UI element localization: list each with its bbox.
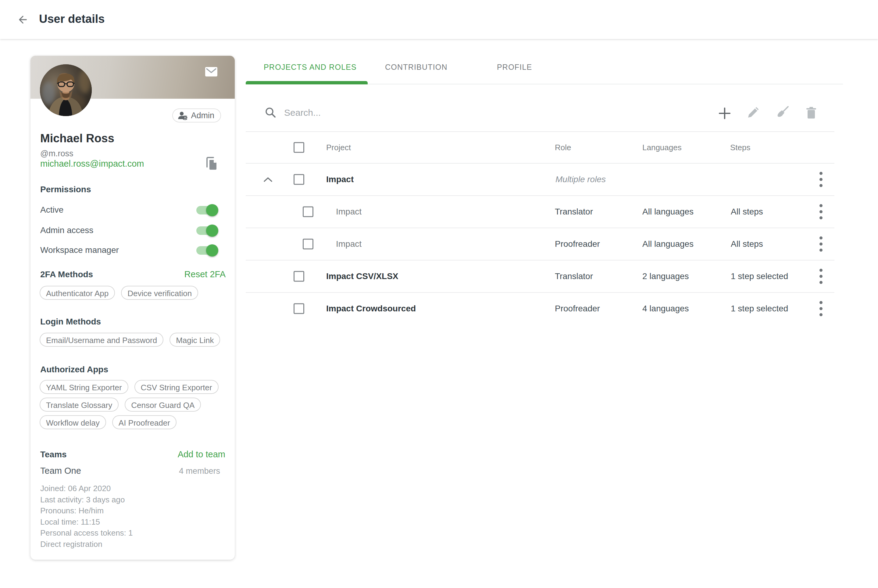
- teams-heading: Teams: [40, 450, 67, 459]
- row-menu-icon[interactable]: [819, 299, 823, 318]
- table-row[interactable]: Impact Multiple roles: [246, 164, 834, 195]
- twofa-chip: Authenticator App: [40, 286, 115, 300]
- toggle-label-workspace-manager: Workspace manager: [40, 245, 119, 255]
- tab-contribution[interactable]: CONTRIBUTION: [385, 63, 448, 72]
- copy-icon[interactable]: [205, 156, 217, 171]
- app-chip: Censor Guard QA: [125, 398, 201, 412]
- languages-value: 2 languages: [642, 272, 689, 281]
- login-methods-heading: Login Methods: [40, 317, 101, 327]
- table-row[interactable]: Impact Proofreader All languages All ste…: [246, 228, 834, 260]
- table-header-row: Project Role Languages Steps: [246, 132, 834, 163]
- row-menu-icon[interactable]: [819, 235, 823, 254]
- column-header-role: Role: [555, 143, 571, 152]
- collapse-icon[interactable]: [263, 177, 272, 182]
- app-chip: YAML String Exporter: [40, 380, 128, 394]
- app-chip: Translate Glossary: [40, 398, 119, 412]
- search-input[interactable]: Search...: [284, 108, 321, 118]
- login-chip: Magic Link: [170, 333, 220, 347]
- mail-icon[interactable]: [205, 67, 217, 76]
- project-name: Impact: [336, 207, 362, 217]
- app-bar: User details: [0, 0, 878, 39]
- team-name: Team One: [40, 466, 81, 476]
- steps-value: 1 step selected: [731, 272, 788, 281]
- toggle-label-admin-access: Admin access: [40, 225, 93, 235]
- steps-value: 1 step selected: [731, 304, 788, 314]
- languages-value: All languages: [642, 207, 693, 217]
- app-chip: Workflow delay: [40, 415, 106, 429]
- row-menu-icon[interactable]: [819, 202, 823, 221]
- table-row[interactable]: Impact Crowdsourced Proofreader 4 langua…: [246, 293, 834, 324]
- back-arrow-icon[interactable]: [16, 14, 27, 25]
- row-checkbox[interactable]: [303, 239, 313, 249]
- app-chip: AI Proofreader: [112, 415, 176, 429]
- app-chip: CSV String Exporter: [134, 380, 219, 394]
- user-name: Michael Ross: [40, 132, 114, 145]
- select-all-checkbox[interactable]: [293, 142, 304, 153]
- add-icon[interactable]: [719, 108, 731, 119]
- toggle-workspace-manager[interactable]: [196, 246, 217, 255]
- admin-person-icon: [178, 111, 188, 120]
- profile-card: Admin Michael Ross @m.ross michael.ross@…: [30, 56, 235, 560]
- role-value: Translator: [555, 272, 593, 281]
- column-header-steps: Steps: [730, 143, 750, 152]
- project-name: Impact: [336, 239, 362, 249]
- login-chip: Email/Username and Password: [40, 333, 164, 347]
- toggle-active[interactable]: [196, 206, 217, 214]
- tab-profile[interactable]: PROFILE: [497, 63, 532, 72]
- meta-registration: Direct registration: [40, 538, 133, 550]
- add-to-team-link[interactable]: Add to team: [178, 449, 225, 459]
- table-row[interactable]: Impact Translator All languages All step…: [246, 196, 834, 228]
- meta-tokens: Personal access tokens: 1: [40, 527, 133, 538]
- project-name: Impact Crowdsourced: [326, 304, 416, 314]
- languages-value: 4 languages: [642, 304, 689, 314]
- user-username: @m.ross: [40, 149, 73, 158]
- toggle-label-active: Active: [40, 205, 63, 215]
- user-email[interactable]: michael.ross@impact.com: [40, 159, 144, 169]
- authorized-apps-heading: Authorized Apps: [40, 364, 108, 374]
- search-icon: [265, 106, 276, 118]
- row-menu-icon[interactable]: [819, 170, 823, 189]
- column-header-languages: Languages: [642, 143, 682, 152]
- toggle-admin-access[interactable]: [196, 226, 217, 235]
- tab-projects-and-roles[interactable]: PROJECTS AND ROLES: [264, 63, 357, 72]
- project-name: Impact CSV/XLSX: [326, 272, 398, 281]
- role-value: Proofreader: [555, 239, 600, 249]
- permissions-heading: Permissions: [40, 184, 91, 194]
- meta-pronouns: Pronouns: He/him: [40, 505, 133, 516]
- clean-icon[interactable]: [775, 105, 790, 119]
- column-header-project: Project: [326, 143, 351, 152]
- steps-value: All steps: [731, 207, 763, 217]
- admin-badge-label: Admin: [191, 111, 214, 120]
- table-row[interactable]: Impact CSV/XLSX Translator 2 languages 1…: [246, 261, 834, 292]
- team-members-count: 4 members: [179, 466, 220, 476]
- row-checkbox[interactable]: [293, 174, 304, 185]
- role-value: Multiple roles: [555, 175, 606, 184]
- reset-2fa-link[interactable]: Reset 2FA: [185, 269, 226, 279]
- row-checkbox[interactable]: [303, 207, 313, 217]
- languages-value: All languages: [642, 239, 693, 249]
- meta-last-activity: Last activity: 3 days ago: [40, 494, 133, 506]
- row-checkbox[interactable]: [293, 303, 304, 314]
- steps-value: All steps: [731, 239, 763, 249]
- profile-meta: Joined: 06 Apr 2020 Last activity: 3 day…: [40, 483, 133, 550]
- avatar: [40, 64, 92, 116]
- edit-icon[interactable]: [746, 106, 760, 119]
- row-checkbox[interactable]: [293, 271, 304, 282]
- role-value: Proofreader: [555, 304, 600, 314]
- row-menu-icon[interactable]: [819, 267, 823, 286]
- role-value: Translator: [555, 207, 593, 217]
- active-tab-indicator: [246, 81, 368, 84]
- admin-badge: Admin: [172, 108, 221, 123]
- project-name: Impact: [326, 175, 353, 184]
- meta-joined: Joined: 06 Apr 2020: [40, 483, 133, 494]
- page-title: User details: [39, 12, 105, 26]
- twofa-heading: 2FA Methods: [40, 270, 93, 279]
- twofa-chip: Device verification: [121, 286, 198, 300]
- delete-icon[interactable]: [805, 106, 817, 119]
- meta-local-time: Local time: 11:15: [40, 516, 133, 528]
